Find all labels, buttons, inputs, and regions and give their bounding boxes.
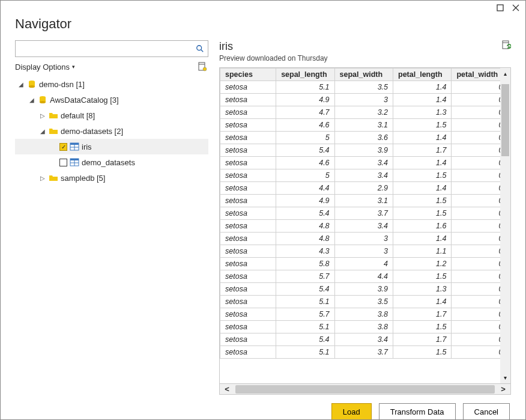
table-cell: 1.4 xyxy=(393,296,452,308)
scroll-up-icon[interactable]: ▴ xyxy=(500,68,510,79)
checkbox-iris[interactable]: ✓ xyxy=(59,143,67,151)
table-cell: 1.5 xyxy=(393,195,452,207)
table-row[interactable]: setosa5.43.91.30. xyxy=(220,283,510,296)
table-row[interactable]: setosa4.63.41.40. xyxy=(220,157,510,169)
column-header[interactable]: species xyxy=(220,68,276,81)
table-row[interactable]: setosa5.13.51.40. xyxy=(220,296,510,308)
table-cell: 1.4 xyxy=(393,132,452,144)
expand-collapsed-icon[interactable]: ▷ xyxy=(39,175,46,181)
column-header[interactable]: sepal_length xyxy=(276,68,334,81)
table-cell: 3.5 xyxy=(334,296,393,308)
refresh-preview-icon[interactable] xyxy=(501,40,511,50)
table-row[interactable]: setosa5.841.20. xyxy=(220,258,510,270)
table-cell: 3.8 xyxy=(334,308,393,321)
tree-label: demo_datasets xyxy=(82,158,206,167)
table-cell: 5 xyxy=(276,169,334,182)
search-input[interactable] xyxy=(19,44,196,53)
table-row[interactable]: setosa5.73.81.70. xyxy=(220,308,510,321)
table-row[interactable]: setosa4.42.91.40. xyxy=(220,182,510,195)
column-header[interactable]: petal_length xyxy=(393,68,452,81)
table-row[interactable]: setosa4.93.11.50. xyxy=(220,195,510,207)
tree-node-default[interactable]: ▷ default [8] xyxy=(15,108,208,123)
scroll-left-icon[interactable]: < xyxy=(220,385,234,394)
search-box[interactable] xyxy=(15,40,208,57)
table-cell: setosa xyxy=(220,182,276,195)
display-options-dropdown[interactable]: Display Options ▾ xyxy=(15,62,75,72)
horizontal-scrollbar[interactable]: < > xyxy=(220,383,510,394)
table-cell: 3.5 xyxy=(334,81,393,94)
table-cell: setosa xyxy=(220,346,276,359)
tree-label: sampledb [5] xyxy=(61,174,206,183)
table-cell: setosa xyxy=(220,333,276,346)
tree-label: AwsDataCatalog [3] xyxy=(50,96,206,105)
tree-node-iris[interactable]: ✓ iris xyxy=(15,139,208,154)
transform-data-button[interactable]: Transform Data xyxy=(379,403,456,420)
table-cell: 4.7 xyxy=(276,106,334,119)
chevron-down-icon: ▾ xyxy=(72,64,75,70)
left-panel: Display Options ▾ ◢ demo-dsn [1] ◢ AwsD xyxy=(15,40,208,395)
table-cell: setosa xyxy=(220,169,276,182)
table-cell: 5.1 xyxy=(276,296,334,308)
table-cell: 1.7 xyxy=(393,144,452,157)
table-cell: 1.2 xyxy=(393,258,452,270)
folder-icon xyxy=(49,111,58,120)
refresh-page-icon[interactable] xyxy=(198,62,207,72)
cancel-button[interactable]: Cancel xyxy=(463,403,510,420)
expand-icon[interactable]: ◢ xyxy=(39,128,46,135)
table-cell: 3.4 xyxy=(334,220,393,233)
table-row[interactable]: setosa5.43.41.70. xyxy=(220,333,510,346)
table-cell: 4.6 xyxy=(276,157,334,169)
tree-label: demo-dsn [1] xyxy=(39,80,206,89)
table-row[interactable]: setosa5.13.81.50. xyxy=(220,321,510,333)
table-row[interactable]: setosa53.61.40. xyxy=(220,132,510,144)
table-cell: 1.5 xyxy=(393,207,452,220)
table-cell: 1.4 xyxy=(393,233,452,245)
table-cell: setosa xyxy=(220,119,276,132)
table-row[interactable]: setosa4.63.11.50. xyxy=(220,119,510,132)
preview-title: iris xyxy=(219,40,328,53)
table-row[interactable]: setosa4.83.41.60. xyxy=(220,220,510,233)
tree-node-sampledb[interactable]: ▷ sampledb [5] xyxy=(15,170,208,186)
table-icon xyxy=(70,142,79,151)
tree-node-demo-dsn[interactable]: ◢ demo-dsn [1] xyxy=(15,76,208,92)
tree-node-demo-datasets[interactable]: ◢ demo-datasets [2] xyxy=(15,123,208,139)
scroll-right-icon[interactable]: > xyxy=(496,385,510,394)
table-cell: 5.7 xyxy=(276,308,334,321)
close-icon[interactable] xyxy=(512,4,519,11)
table-cell: 3.4 xyxy=(334,157,393,169)
tree-node-aws-catalog[interactable]: ◢ AwsDataCatalog [3] xyxy=(15,92,208,108)
table-cell: 4.8 xyxy=(276,233,334,245)
table-row[interactable]: setosa4.931.40. xyxy=(220,94,510,106)
table-row[interactable]: setosa5.43.71.50. xyxy=(220,207,510,220)
table-row[interactable]: setosa5.43.91.70. xyxy=(220,144,510,157)
table-row[interactable]: setosa4.331.10. xyxy=(220,245,510,258)
table-cell: setosa xyxy=(220,245,276,258)
table-row[interactable]: setosa5.13.51.40. xyxy=(220,81,510,94)
table-row[interactable]: setosa4.831.40. xyxy=(220,233,510,245)
table-cell: 3.6 xyxy=(334,132,393,144)
table-cell: 5.4 xyxy=(276,144,334,157)
load-button[interactable]: Load xyxy=(331,403,372,420)
svg-rect-0 xyxy=(497,5,503,11)
column-header[interactable]: sepal_width xyxy=(334,68,393,81)
table-cell: setosa xyxy=(220,81,276,94)
table-cell: 4.3 xyxy=(276,245,334,258)
vertical-scrollbar[interactable]: ▴ ▾ xyxy=(500,68,510,383)
table-cell: 5.4 xyxy=(276,333,334,346)
expand-icon[interactable]: ◢ xyxy=(28,97,35,103)
scroll-thumb[interactable] xyxy=(501,84,509,156)
search-icon[interactable] xyxy=(196,44,204,53)
table-row[interactable]: setosa5.13.71.50. xyxy=(220,346,510,359)
checkbox-demo-datasets[interactable] xyxy=(59,159,67,166)
scroll-track[interactable] xyxy=(235,385,495,394)
table-row[interactable]: setosa53.41.50. xyxy=(220,169,510,182)
tree-node-demo-datasets-table[interactable]: demo_datasets xyxy=(15,154,208,170)
table-row[interactable]: setosa5.74.41.50. xyxy=(220,270,510,283)
scroll-down-icon[interactable]: ▾ xyxy=(500,372,510,383)
maximize-icon[interactable] xyxy=(497,4,504,11)
expand-collapsed-icon[interactable]: ▷ xyxy=(39,112,46,119)
expand-icon[interactable]: ◢ xyxy=(17,81,25,88)
svg-point-6 xyxy=(203,67,207,71)
table-row[interactable]: setosa4.73.21.30. xyxy=(220,106,510,119)
table-cell: setosa xyxy=(220,94,276,106)
